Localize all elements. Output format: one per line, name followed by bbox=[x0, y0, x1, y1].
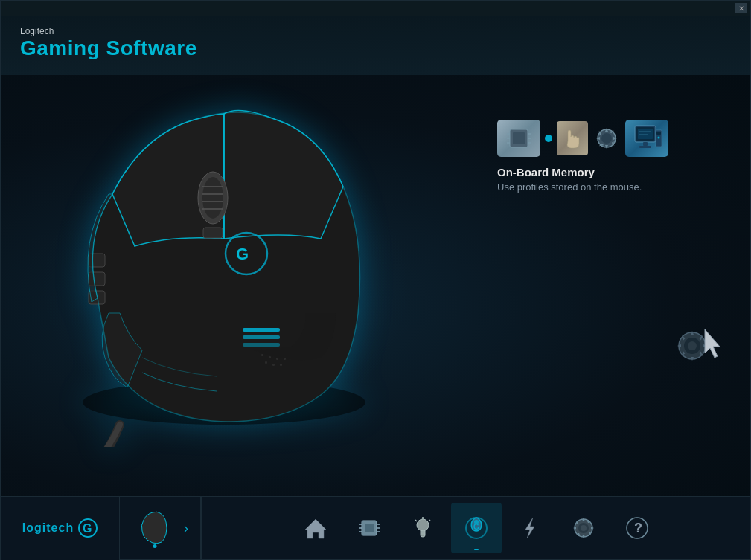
svg-rect-22 bbox=[272, 364, 275, 366]
nav-memory-button[interactable] bbox=[344, 503, 394, 553]
right-panel: On-Board Memory Use profiles stored on t… bbox=[497, 120, 706, 237]
device-dot-active bbox=[153, 544, 157, 548]
svg-rect-14 bbox=[243, 343, 280, 347]
svg-rect-17 bbox=[261, 354, 263, 356]
svg-rect-50 bbox=[365, 524, 374, 532]
close-button[interactable]: ✕ bbox=[735, 3, 747, 13]
header: Logitech Gaming Software bbox=[1, 16, 750, 75]
dot-connector bbox=[545, 135, 552, 142]
main-window: ✕ Logitech Gaming Software bbox=[0, 0, 751, 560]
gear-settings-icon bbox=[592, 124, 621, 152]
svg-rect-39 bbox=[643, 142, 648, 146]
svg-rect-36 bbox=[638, 129, 653, 139]
device-thumb bbox=[132, 505, 178, 551]
svg-line-61 bbox=[415, 520, 417, 521]
onboard-memory-desc: Use profiles stored on the mouse. bbox=[497, 181, 642, 193]
svg-point-68 bbox=[581, 525, 587, 531]
svg-point-57 bbox=[417, 519, 429, 531]
memory-icons bbox=[497, 120, 668, 157]
svg-text:G: G bbox=[473, 523, 479, 531]
chevron-right-icon[interactable]: › bbox=[184, 521, 188, 536]
chip-icon bbox=[497, 120, 540, 157]
svg-rect-8 bbox=[203, 228, 223, 238]
device-selector[interactable]: › bbox=[120, 497, 201, 560]
svg-rect-13 bbox=[243, 335, 280, 339]
logitech-g-logo: G bbox=[78, 518, 98, 538]
svg-rect-25 bbox=[513, 132, 525, 144]
svg-rect-42 bbox=[656, 132, 661, 135]
svg-point-33 bbox=[601, 133, 612, 144]
svg-point-43 bbox=[658, 137, 660, 139]
svg-point-46 bbox=[688, 341, 697, 350]
nav-help-button[interactable]: ? bbox=[612, 503, 662, 553]
logo-text: logitech bbox=[22, 521, 74, 535]
main-content: G bbox=[1, 75, 750, 496]
svg-text:?: ? bbox=[634, 521, 642, 535]
pointer-settings-icon[interactable] bbox=[668, 312, 728, 371]
onboard-memory-title: On-Board Memory bbox=[497, 166, 595, 178]
svg-rect-18 bbox=[269, 356, 271, 358]
nav-lighting-button[interactable] bbox=[397, 503, 448, 553]
brand-label: Logitech bbox=[20, 26, 731, 36]
nav-settings-button[interactable] bbox=[558, 503, 609, 553]
active-indicator bbox=[474, 549, 479, 550]
svg-rect-23 bbox=[280, 364, 282, 366]
svg-text:G: G bbox=[236, 245, 249, 263]
svg-rect-12 bbox=[243, 328, 280, 332]
bottom-bar: logitech G › bbox=[1, 496, 750, 559]
nav-icons: G bbox=[202, 503, 750, 553]
titlebar: ✕ bbox=[1, 1, 750, 16]
svg-text:G: G bbox=[83, 522, 92, 535]
svg-rect-20 bbox=[284, 358, 286, 360]
mouse-visual: G bbox=[23, 90, 455, 454]
onboard-memory-section[interactable]: On-Board Memory Use profiles stored on t… bbox=[497, 120, 706, 193]
svg-rect-40 bbox=[639, 146, 651, 148]
svg-line-62 bbox=[429, 520, 430, 521]
svg-point-3 bbox=[202, 177, 223, 219]
pc-icon bbox=[625, 120, 668, 157]
hand-icon bbox=[557, 121, 588, 155]
nav-assignments-button[interactable] bbox=[505, 503, 555, 553]
nav-home-button[interactable] bbox=[290, 503, 341, 553]
svg-rect-19 bbox=[276, 358, 278, 360]
app-title: Gaming Software bbox=[20, 36, 731, 60]
svg-rect-21 bbox=[265, 361, 267, 364]
logitech-logo-area: logitech G bbox=[1, 497, 120, 560]
nav-onboard-button[interactable]: G bbox=[451, 503, 502, 553]
